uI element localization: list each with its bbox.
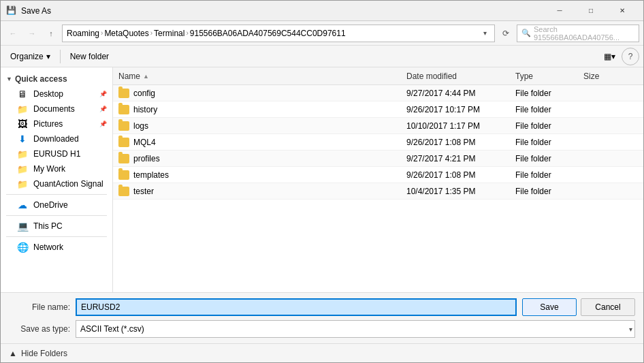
search-icon: 🔍 — [521, 29, 531, 37]
sidebar-item-network-label: Network — [33, 242, 107, 252]
file-date: 9/27/2017 4:44 PM — [406, 89, 515, 98]
up-button[interactable]: ↑ — [43, 25, 59, 42]
close-button[interactable]: ✕ — [607, 1, 638, 21]
sidebar-item-eurusdh1[interactable]: 📁 EURUSD H1 — [1, 146, 112, 161]
new-folder-button[interactable]: New folder — [65, 48, 114, 65]
file-name: config — [133, 89, 155, 98]
filetype-label: Save as type: — [9, 324, 70, 334]
bottom-buttons: Save Cancel — [522, 298, 635, 316]
titlebar-title: Save As — [21, 6, 544, 16]
breadcrumb-part-2: MetaQuotes — [104, 29, 148, 38]
folder-icon — [118, 138, 129, 147]
sidebar-item-pictures[interactable]: 🖼 Pictures 📌 — [1, 116, 112, 131]
filetype-select-wrapper: ASCII Text (*.csv) CSV (*.csv) Text (*.t… — [76, 320, 635, 338]
quick-access-header[interactable]: ▼ Quick access — [1, 70, 112, 86]
table-row[interactable]: profiles 9/27/2017 4:21 PM File folder — [113, 151, 643, 167]
breadcrumb-part-1: Roaming — [67, 29, 99, 38]
file-name-cell: logs — [118, 121, 406, 131]
titlebar-icon: 💾 — [6, 5, 17, 16]
forward-button[interactable]: → — [24, 25, 40, 42]
search-box[interactable]: 🔍 Search 915566BA06ADA40756... — [517, 25, 639, 42]
documents-pin-icon: 📌 — [99, 106, 107, 112]
sidebar-item-quantaction[interactable]: 📁 QuantAction Signal — [1, 176, 112, 191]
sidebar-item-mywork[interactable]: 📁 My Work — [1, 161, 112, 176]
sort-arrow: ▲ — [143, 73, 149, 80]
table-row[interactable]: config 9/27/2017 4:44 PM File folder — [113, 85, 643, 101]
file-type: File folder — [515, 105, 583, 114]
search-placeholder: Search 915566BA06ADA40756... — [534, 25, 634, 42]
documents-icon: 📁 — [16, 104, 29, 114]
back-button[interactable]: ← — [5, 25, 21, 42]
desktop-icon: 🖥 — [16, 89, 29, 99]
pictures-pin-icon: 📌 — [99, 121, 107, 127]
table-row[interactable]: history 9/26/2017 10:17 PM File folder — [113, 101, 643, 118]
help-button[interactable]: ? — [622, 48, 639, 65]
sidebar-item-desktop-label: Desktop — [33, 89, 98, 99]
table-row[interactable]: logs 10/10/2017 1:17 PM File folder — [113, 118, 643, 134]
table-row[interactable]: tester 10/4/2017 1:35 PM File folder — [113, 183, 643, 200]
filename-input[interactable] — [76, 298, 517, 316]
file-name-cell: tester — [118, 187, 406, 196]
help-icon: ? — [628, 52, 633, 61]
filename-label: File name: — [9, 302, 70, 312]
thispc-icon: 💻 — [16, 221, 29, 232]
sidebar-item-documents[interactable]: 📁 Documents 📌 — [1, 101, 112, 116]
maximize-button[interactable]: □ — [575, 1, 607, 21]
sidebar-item-onedrive-label: OneDrive — [33, 200, 107, 210]
folder-icon — [118, 187, 129, 196]
address-dropdown-button[interactable]: ▾ — [479, 25, 490, 42]
titlebar-buttons: ─ □ ✕ — [544, 1, 638, 21]
col-header-size[interactable]: Size — [583, 72, 638, 81]
content-area: ▼ Quick access 🖥 Desktop 📌 📁 Documents 📌… — [1, 67, 643, 292]
filetype-select[interactable]: ASCII Text (*.csv) CSV (*.csv) Text (*.t… — [76, 320, 635, 338]
col-header-type[interactable]: Type — [515, 72, 583, 81]
col-header-name[interactable]: Name ▲ — [118, 72, 406, 81]
file-name: templates — [133, 170, 169, 180]
sidebar-item-thispc[interactable]: 💻 This PC — [1, 219, 112, 234]
sidebar-item-downloaded[interactable]: ⬇ Downloaded — [1, 131, 112, 146]
sidebar-divider-1 — [6, 194, 107, 195]
save-as-dialog: 💾 Save As ─ □ ✕ ← → ↑ Roaming › MetaQuot… — [0, 0, 644, 363]
file-name: logs — [133, 121, 148, 131]
table-row[interactable]: templates 9/26/2017 1:08 PM File folder — [113, 167, 643, 183]
view-button[interactable]: ▦ ▾ — [600, 48, 619, 65]
file-type: File folder — [515, 154, 583, 163]
minimize-button[interactable]: ─ — [544, 1, 575, 21]
view-arrow: ▾ — [611, 52, 615, 61]
save-button[interactable]: Save — [522, 298, 577, 316]
view-icon: ▦ — [604, 52, 611, 61]
onedrive-icon: ☁ — [16, 200, 29, 210]
address-box[interactable]: Roaming › MetaQuotes › Terminal › 915566… — [62, 25, 495, 42]
file-name-cell: history — [118, 105, 406, 114]
file-date: 9/27/2017 4:21 PM — [406, 154, 515, 163]
file-name: tester — [133, 187, 154, 196]
file-date: 9/26/2017 1:08 PM — [406, 138, 515, 147]
pictures-icon: 🖼 — [16, 119, 29, 129]
eurusdh1-icon: 📁 — [16, 148, 29, 159]
sidebar-item-desktop[interactable]: 🖥 Desktop 📌 — [1, 86, 112, 101]
cancel-button[interactable]: Cancel — [581, 298, 635, 316]
table-row[interactable]: MQL4 9/26/2017 1:08 PM File folder — [113, 134, 643, 151]
breadcrumb-part-4: 915566BA06ADA407569C544CC0D97611 — [190, 29, 346, 38]
file-name: MQL4 — [133, 138, 156, 147]
new-folder-label: New folder — [70, 52, 109, 61]
file-list[interactable]: Name ▲ Date modified Type Size config 9/… — [113, 67, 643, 292]
toolbar: Organize ▾ New folder ▦ ▾ ? — [1, 46, 643, 67]
refresh-button[interactable]: ⟳ — [498, 25, 514, 42]
hide-folders-row[interactable]: ▲ Hide Folders — [1, 343, 643, 362]
file-name-cell: config — [118, 89, 406, 98]
sidebar-item-network[interactable]: 🌐 Network — [1, 240, 112, 255]
sidebar-item-eurusdh1-label: EURUSD H1 — [33, 149, 107, 159]
sidebar-item-onedrive[interactable]: ☁ OneDrive — [1, 198, 112, 212]
sidebar-item-mywork-label: My Work — [33, 164, 107, 174]
organize-arrow: ▾ — [46, 52, 50, 61]
breadcrumb: Roaming › MetaQuotes › Terminal › 915566… — [67, 29, 479, 38]
quantaction-icon: 📁 — [16, 178, 29, 189]
hide-folders-label: Hide Folders — [21, 349, 67, 358]
file-list-header: Name ▲ Date modified Type Size — [113, 67, 643, 85]
col-header-date[interactable]: Date modified — [406, 72, 515, 81]
organize-button[interactable]: Organize ▾ — [5, 48, 56, 65]
sidebar: ▼ Quick access 🖥 Desktop 📌 📁 Documents 📌… — [1, 67, 113, 292]
quick-access-arrow: ▼ — [6, 76, 12, 82]
sidebar-divider-2 — [6, 215, 107, 216]
